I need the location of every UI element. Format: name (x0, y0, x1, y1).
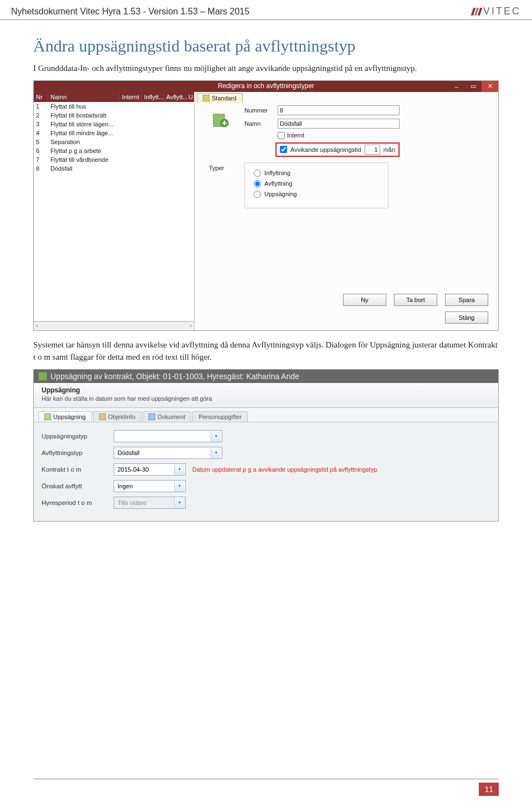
radio-inflyttning[interactable] (254, 170, 261, 177)
hyresperiod-label: Hyresperiod t o m (42, 499, 114, 506)
intro-paragraph: I Grundddata-In- och avflyttningstyper f… (33, 62, 499, 75)
avflyttningstyp-label: Avflyttningstyp (42, 450, 114, 456)
avvikande-value-input[interactable] (365, 145, 380, 155)
nummer-input[interactable] (278, 105, 400, 115)
screenshot-editor-window: Redigera in och avflyttningstyper – ▭ ✕ … (33, 80, 499, 331)
minimize-icon[interactable]: – (448, 81, 465, 92)
spara-button[interactable]: Spara (445, 294, 488, 306)
maximize-icon[interactable]: ▭ (465, 81, 482, 92)
dialog-title-icon (38, 372, 47, 381)
avvikande-checkbox[interactable] (280, 146, 287, 153)
chevron-down-icon[interactable]: ▾ (211, 431, 221, 442)
onskad-label: Önskad avflytt (42, 483, 114, 489)
list-item: 5Separation (34, 137, 194, 146)
list-item: 3Flyttat till större lägen... (34, 120, 194, 129)
list-item: 2Flyttat till bostadsrätt (34, 111, 194, 120)
section-heading: Ändra uppsägningstid baserat på avflyttn… (33, 37, 499, 55)
stang-button[interactable]: Stäng (445, 311, 488, 324)
tab-objektinfo[interactable]: Objektinfo (93, 411, 142, 422)
list-item: 8Dödsfall (34, 164, 194, 173)
namn-label: Namn (244, 120, 278, 127)
list-item: 7Flyttat till vårdboende (34, 155, 194, 164)
tab-icon (203, 95, 209, 101)
radio-uppsagning[interactable] (254, 191, 261, 198)
page-number: 11 (479, 783, 499, 796)
panel-title: Uppsägning (42, 386, 490, 394)
vitec-logo: VITEC (472, 6, 521, 17)
tabort-button[interactable]: Ta bort (394, 294, 437, 306)
tab-uppsagning[interactable]: Uppsägning (38, 411, 92, 422)
screenshot-uppsagning-dialog: Uppsägning av kontrakt, Objekt: 01-01-10… (33, 369, 499, 522)
avvikande-highlight: Avvikande uppsägningstid mån (275, 142, 400, 157)
avvikande-unit: mån (383, 146, 395, 153)
onskad-combo[interactable]: ▾ (114, 480, 186, 492)
list-item: 4Flyttat till mindre läge... (34, 129, 194, 137)
ny-button[interactable]: Ny (343, 294, 386, 306)
page-header: Nyhetsdokument Vitec Hyra 1.53 - Version… (0, 0, 532, 20)
horizontal-scrollbar[interactable]: ‹› (34, 321, 194, 330)
internt-checkbox[interactable] (278, 132, 285, 139)
panel-description: Här kan du ställa in datum som har med u… (42, 395, 212, 402)
typer-label: Typer (209, 165, 224, 171)
window-titlebar: Redigera in och avflyttningstyper – ▭ ✕ (34, 81, 498, 92)
mid-paragraph: Systemet tar hänsyn till denna avvikelse… (33, 339, 499, 364)
namn-input[interactable] (278, 119, 400, 129)
page-footer: 11 (33, 779, 499, 796)
uppsagningstyp-combo[interactable]: ▾ (114, 430, 222, 442)
internt-label: Internt (287, 132, 304, 139)
hyresperiod-combo: ▾ (114, 497, 186, 509)
tab-personuppgifter[interactable]: Personuppgifter (192, 411, 248, 422)
window-title: Redigera in och avflyttningstyper (218, 82, 314, 90)
dialog-titlebar: Uppsägning av kontrakt, Objekt: 01-01-10… (34, 370, 498, 383)
tab-icon (149, 413, 155, 420)
chevron-down-icon[interactable]: ▾ (174, 481, 184, 492)
chevron-down-icon[interactable]: ▾ (211, 447, 221, 458)
dialog-description-panel: Uppsägning Här kan du ställa in datum so… (34, 383, 498, 408)
tab-icon (44, 413, 51, 420)
kontrakt-label: Kontrakt t o m (42, 466, 114, 473)
chevron-down-icon: ▾ (174, 497, 184, 508)
dialog-tabs: Uppsägning Objektinfo Dokument Personupp… (34, 408, 498, 422)
list-item: 1Flyttat till hus (34, 102, 194, 111)
close-icon[interactable]: ✕ (482, 81, 498, 92)
avflyttningstyp-combo[interactable]: ▾ (114, 447, 222, 459)
list-item: 6Flyttat p g a arbete (34, 146, 194, 155)
radio-avflyttning[interactable] (254, 180, 261, 187)
uppsagningstyp-label: Uppsägningstyp (42, 433, 114, 440)
list-header: Nr Namn Internt Inflytt... Avflytt... U (34, 92, 194, 102)
type-list-panel: Nr Namn Internt Inflytt... Avflytt... U … (34, 92, 195, 330)
nummer-label: Nummer (244, 107, 278, 114)
tab-dokument[interactable]: Dokument (142, 411, 191, 422)
chevron-down-icon[interactable]: ▾ (174, 464, 184, 475)
tab-standard[interactable]: Standard (197, 93, 243, 103)
form-icon (211, 111, 230, 130)
document-title: Nyhetsdokument Vitec Hyra 1.53 - Version… (11, 7, 249, 17)
avvikande-label: Avvikande uppsägningstid (290, 146, 361, 153)
kontrakt-date[interactable]: ▾ (114, 463, 186, 476)
kontrakt-warning-note: Datum uppdaterat p g a avvikande uppsägn… (192, 466, 378, 473)
tab-icon (99, 413, 106, 420)
